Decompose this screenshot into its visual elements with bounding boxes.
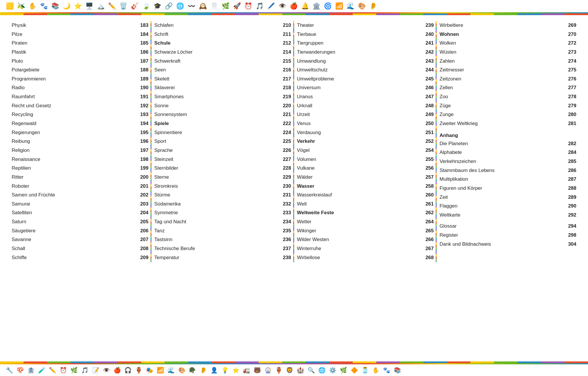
list-item: Tastsinn236 xyxy=(154,235,291,244)
appendix-header: Anhang xyxy=(439,132,576,139)
list-item: Vögel254 xyxy=(297,146,434,155)
list-item: Renaissance198 xyxy=(12,155,149,164)
bottom-icon-32: 🌿 xyxy=(340,367,347,373)
bottom-icon-bar: 🔧 🍄 🏦 🧪 ✏️ ⏰ 🌿 🎵 📝 👁️ 🍎 🎧 🏺 🎭 📶 🌊 🎨 🪖 👂 … xyxy=(0,363,588,376)
bottom-icon-14: 🎭 xyxy=(146,367,153,373)
list-item: Figuren und Körper288 xyxy=(439,184,576,193)
column-2: Schlafen210 Schrift211 Schule212 Schwarz… xyxy=(151,21,294,262)
list-item: Zellen277 xyxy=(439,83,576,92)
icon-23: 🎵 xyxy=(256,3,264,9)
list-item: Radio190 xyxy=(12,83,149,92)
icon-27: 🔔 xyxy=(301,3,309,9)
list-item: Satelliten204 xyxy=(12,208,149,217)
bottom-icon-31: ⚙️ xyxy=(329,367,336,373)
list-item: Schiffe209 xyxy=(12,253,149,262)
bottom-icon-37: 📚 xyxy=(394,367,401,373)
list-item: Stromkreis230 xyxy=(154,182,291,191)
list-item: Samurai203 xyxy=(12,200,149,209)
bottom-icon-7: 🌿 xyxy=(70,367,78,373)
bottom-icon-12: 🎧 xyxy=(124,367,132,373)
icon-1: 🟨 xyxy=(6,3,14,9)
bottom-icon-15: 📶 xyxy=(157,367,164,373)
list-item: Regierungen195 xyxy=(12,128,149,137)
bottom-icon-20: 👤 xyxy=(211,367,218,373)
list-item: Steinzeit227 xyxy=(154,155,291,164)
list-item: Dank und Bildnachweis304 xyxy=(439,240,576,249)
list-item: Polargebiete188 xyxy=(12,66,149,75)
spacer xyxy=(439,128,576,131)
bottom-icon-13: 🏺 xyxy=(135,367,142,373)
list-item: Raumfahrt191 xyxy=(12,92,149,101)
list-item: Verkehrszeichen285 xyxy=(439,157,576,166)
list-item: Spiele222 xyxy=(154,119,291,128)
bottom-icon-6: ⏰ xyxy=(60,367,67,373)
list-item: Zeit289 xyxy=(439,193,576,202)
list-item: Schule212 xyxy=(154,39,291,48)
list-item: Züge279 xyxy=(439,101,576,110)
bottom-icon-25: 🎡 xyxy=(264,367,272,373)
list-item: Umweltprobleme245 xyxy=(297,75,434,84)
list-item: Reibung196 xyxy=(12,137,149,146)
list-item: Spinnentiere224 xyxy=(154,128,291,137)
list-item: Wohnen270 xyxy=(439,30,576,39)
bottom-icon-17: 🎨 xyxy=(178,367,186,373)
list-item: Technische Berufe237 xyxy=(154,244,291,253)
list-item: Venus250 xyxy=(297,119,434,128)
list-item: Zeitzonen276 xyxy=(439,75,576,84)
icon-28: 🏛️ xyxy=(312,3,320,9)
top-icon-bar: 🟨 🫒 ✋ 🐾 📚 🌙 ⭐ 🖥️ 🏔️ ✏️ 🗑️ 🎸 🍃 🎓 🔗 🌐 〰️ 🕰… xyxy=(0,0,588,13)
list-item: Sport225 xyxy=(154,137,291,146)
icon-30: 📶 xyxy=(335,3,343,9)
bottom-icon-36: 🐾 xyxy=(383,367,390,373)
column-3: Theater239 Tierbaue240 Tiergruppen241 Ti… xyxy=(294,21,437,262)
bottom-icon-33: 🔶 xyxy=(351,367,358,373)
main-content: Physik183 Pilze184 Piraten185 Plastik186… xyxy=(0,15,588,268)
list-item: Urzeit249 xyxy=(297,110,434,119)
icon-19: 🦷 xyxy=(210,3,218,9)
list-item: Wasserkreislauf260 xyxy=(297,191,434,200)
list-item: Zunge280 xyxy=(439,110,576,119)
list-item: Südamerika232 xyxy=(154,200,291,209)
list-item: Wilder Westen266 xyxy=(297,235,434,244)
list-item: Tanz235 xyxy=(154,226,291,236)
list-item: Seen216 xyxy=(154,66,291,75)
list-item: Säugetiere206 xyxy=(12,226,149,236)
list-item: Tag und Nacht234 xyxy=(154,217,291,226)
icon-26: 🍎 xyxy=(290,3,298,9)
list-item: Vulkane256 xyxy=(297,164,434,173)
icon-29: 🌀 xyxy=(324,3,332,9)
column-1: Physik183 Pilze184 Piraten185 Plastik186… xyxy=(9,21,151,262)
icon-17: 〰️ xyxy=(188,3,195,9)
bottom-icon-18: 🪖 xyxy=(189,367,196,373)
list-item: Schlafen210 xyxy=(154,21,291,30)
page-wrapper: 🟨 🫒 ✋ 🐾 📚 🌙 ⭐ 🖥️ 🏔️ ✏️ 🗑️ 🎸 🍃 🎓 🔗 🌐 〰️ 🕰… xyxy=(0,0,588,376)
icon-15: 🔗 xyxy=(165,3,173,9)
list-item: Pilze184 xyxy=(12,30,149,39)
icon-3: ✋ xyxy=(29,3,36,9)
list-item: Programmieren189 xyxy=(12,75,149,84)
icon-6: 🌙 xyxy=(63,3,70,9)
list-item: Smartphones219 xyxy=(154,92,291,101)
bottom-icon-27: 🦁 xyxy=(286,367,293,373)
icon-20: 🌿 xyxy=(222,3,229,9)
list-item: Wälder257 xyxy=(297,173,434,182)
bottom-icon-24: 🐻 xyxy=(254,367,261,373)
icon-5: 📚 xyxy=(51,3,59,9)
bottom-icon-22: ⭐ xyxy=(232,367,239,373)
icon-33: 👂 xyxy=(369,3,377,9)
icon-31: 🌊 xyxy=(347,3,354,9)
icon-18: 🕰️ xyxy=(199,3,207,9)
list-item: Weltweite Feste262 xyxy=(297,208,434,217)
list-item: Savanne207 xyxy=(12,235,149,244)
icon-25: 👁️ xyxy=(278,3,286,9)
bottom-icon-11: 🍎 xyxy=(114,367,121,373)
icon-13: 🍃 xyxy=(142,3,150,9)
bottom-icon-19: 👂 xyxy=(200,367,207,373)
list-item: Symmetrie233 xyxy=(154,208,291,217)
icon-16: 🌐 xyxy=(176,3,184,9)
list-item: Multiplikation287 xyxy=(439,175,576,184)
list-item: Sonne220 xyxy=(154,101,291,110)
list-item: Roboter201 xyxy=(12,182,149,191)
icon-32: 🎨 xyxy=(358,3,366,9)
list-item: Wirbeltiere269 xyxy=(439,21,576,30)
